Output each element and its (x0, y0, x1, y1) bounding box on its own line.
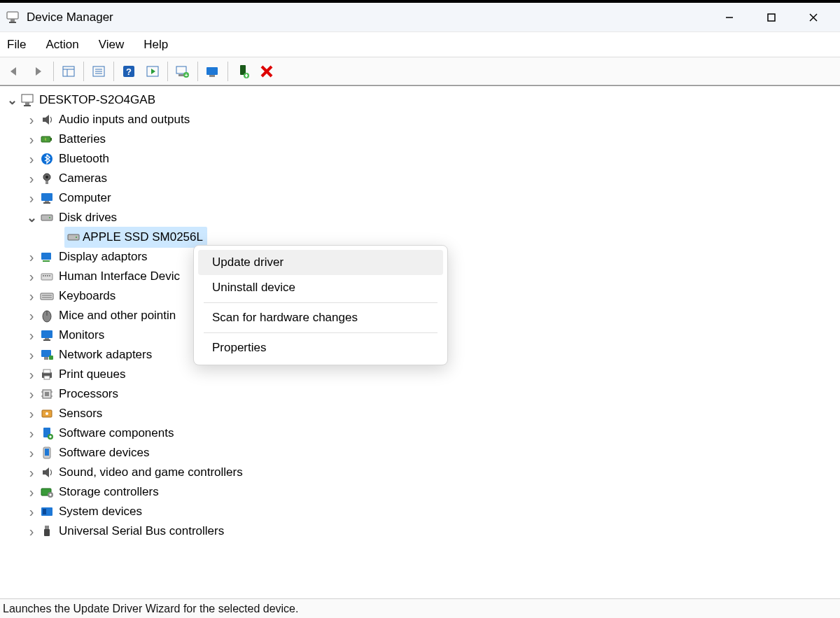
menu-bar: File Action View Help (0, 32, 840, 57)
tree-item-computer[interactable]: Computer (4, 188, 837, 208)
svg-rect-47 (41, 253, 51, 260)
minimize-button[interactable] (708, 3, 750, 32)
tree-item-label: Processors (59, 384, 118, 404)
toolbar: ? + (0, 57, 840, 85)
tree-item-system[interactable]: System devices (4, 502, 837, 521)
expand-caret-icon[interactable] (24, 389, 39, 399)
show-hide-console-tree-button[interactable] (57, 61, 80, 82)
expand-caret-icon[interactable] (24, 507, 39, 517)
context-uninstall-device[interactable]: Uninstall device (198, 275, 443, 300)
expand-caret-icon[interactable] (24, 272, 39, 281)
svg-rect-29 (22, 94, 33, 102)
menu-file[interactable]: File (6, 36, 27, 53)
expand-caret-icon[interactable] (24, 428, 39, 438)
expand-caret-icon[interactable] (24, 370, 39, 379)
svg-marker-32 (43, 115, 49, 125)
action-button[interactable] (141, 61, 164, 82)
expand-caret-icon[interactable] (24, 311, 39, 321)
tree-item-label: Sound, video and game controllers (59, 463, 243, 482)
forward-button[interactable] (27, 61, 50, 82)
tree-item-label: APPLE SSD SM0256L (83, 227, 203, 247)
context-item-label: Update driver (212, 255, 284, 269)
tree-item-disk-drives[interactable]: Disk drives (4, 208, 837, 227)
svg-point-44 (49, 217, 50, 218)
svg-rect-84 (43, 509, 46, 514)
context-update-driver[interactable]: Update driver (198, 250, 443, 275)
tree-item-cameras[interactable]: Cameras (4, 169, 837, 188)
monitor-icon (39, 328, 55, 343)
hid-icon (39, 269, 55, 284)
expand-caret-icon[interactable] (24, 526, 39, 536)
tree-item-apple-ssd[interactable]: APPLE SSD SM0256L (4, 227, 837, 247)
tree-item-bluetooth[interactable]: Bluetooth (4, 149, 837, 169)
svg-rect-4 (768, 14, 775, 21)
maximize-button[interactable] (750, 3, 792, 32)
menu-action[interactable]: Action (44, 36, 80, 53)
expand-caret-icon[interactable] (24, 468, 39, 477)
tree-item-storage[interactable]: Storage controllers (4, 482, 837, 502)
tree-item-processors[interactable]: Processors (4, 384, 837, 404)
expand-caret-icon[interactable] (24, 252, 39, 262)
svg-rect-22 (206, 67, 218, 75)
scan-hardware-button[interactable]: + (172, 61, 194, 82)
expand-caret-icon[interactable] (24, 134, 39, 144)
uninstall-device-button[interactable] (255, 61, 278, 82)
svg-rect-0 (7, 12, 18, 19)
expand-caret-icon[interactable] (24, 115, 39, 125)
svg-rect-53 (49, 275, 50, 276)
tree-item-label: System devices (59, 502, 142, 521)
sensor-icon (39, 406, 55, 421)
tree-item-label: Cameras (59, 169, 107, 188)
context-properties[interactable]: Properties (198, 335, 443, 360)
tree-item-sound[interactable]: Sound, video and game controllers (4, 463, 837, 482)
expand-caret-icon[interactable] (24, 174, 39, 183)
expand-caret-icon[interactable] (24, 350, 39, 360)
expand-caret-icon[interactable] (24, 154, 39, 164)
svg-rect-39 (46, 181, 48, 184)
printer-icon (39, 367, 55, 382)
context-scan-hardware[interactable]: Scan for hardware changes (198, 305, 443, 330)
svg-rect-79 (45, 449, 49, 456)
context-item-label: Uninstall device (212, 281, 295, 294)
tree-item-audio[interactable]: Audio inputs and outputs (4, 110, 837, 129)
menu-view[interactable]: View (97, 36, 126, 53)
tree-item-print-queues[interactable]: Print queues (4, 365, 837, 384)
close-button[interactable] (792, 3, 834, 32)
expand-caret-icon[interactable] (24, 213, 39, 222)
expand-caret-icon[interactable] (24, 193, 39, 203)
svg-rect-1 (10, 19, 15, 22)
toolbar-separator (197, 62, 198, 81)
disk-drive-icon (66, 230, 81, 245)
svg-marker-17 (151, 69, 155, 74)
back-button[interactable] (4, 61, 26, 82)
tree-item-software-devices[interactable]: Software devices (4, 443, 837, 463)
update-driver-button[interactable] (202, 61, 224, 82)
help-button[interactable]: ? (118, 61, 140, 82)
tree-item-label: Software devices (59, 443, 149, 463)
processor-icon (39, 386, 55, 402)
menu-help[interactable]: Help (142, 36, 169, 53)
tree-item-software-components[interactable]: Software components (4, 423, 837, 443)
expand-caret-icon[interactable] (24, 409, 39, 419)
expand-caret-icon[interactable] (24, 291, 39, 301)
properties-button[interactable] (88, 61, 110, 82)
tree-item-batteries[interactable]: Batteries (4, 129, 837, 149)
tree-item-label: Software components (59, 423, 174, 443)
svg-rect-85 (45, 526, 49, 529)
context-separator (204, 332, 438, 333)
toolbar-separator (167, 62, 168, 81)
tree-item-sensors[interactable]: Sensors (4, 404, 837, 423)
expand-caret-icon[interactable] (24, 330, 39, 340)
tree-item-usb[interactable]: Universal Serial Bus controllers (4, 521, 837, 541)
svg-rect-52 (47, 275, 48, 276)
tree-item-label: Computer (59, 188, 111, 208)
mouse-icon (39, 308, 55, 323)
enable-device-button[interactable] (232, 61, 254, 82)
expand-caret-icon[interactable] (24, 448, 39, 458)
system-device-icon (39, 504, 55, 519)
expand-caret-icon[interactable] (4, 96, 20, 104)
svg-rect-30 (25, 102, 29, 105)
tree-item-label: Bluetooth (59, 149, 109, 169)
expand-caret-icon[interactable] (24, 487, 39, 497)
tree-root[interactable]: DESKTOP-S2O4GAB (4, 90, 837, 110)
